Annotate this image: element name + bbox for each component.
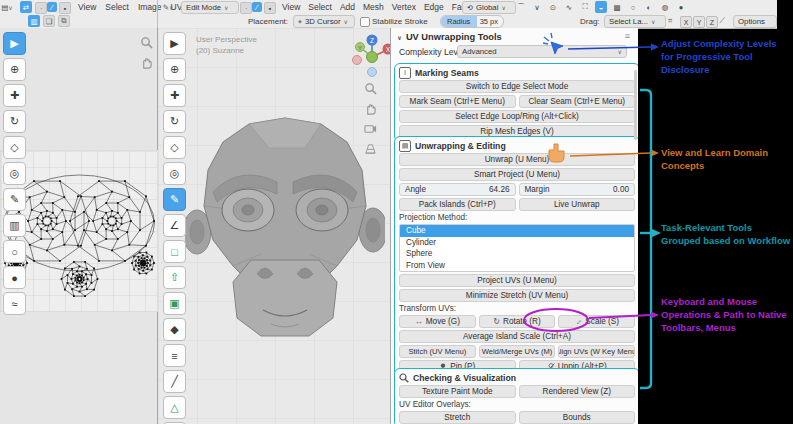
margin-field[interactable]: Margin 0.00 [519,183,636,196]
stretch-overlay-button[interactable]: Stretch [399,411,516,424]
shading-solid-icon[interactable]: ◐ [643,1,655,13]
v3d-editor-type-icon[interactable]: ✎∨ [162,1,174,13]
bounds-overlay-button[interactable]: Bounds [519,411,636,424]
overlays-icon[interactable]: ◒ [595,1,607,13]
v3d-move-tool[interactable]: ✚ [163,84,186,107]
scale-uv-button[interactable]: ↔Scale (S) [558,315,635,328]
angle-field[interactable]: Angle 64.26 [399,183,516,196]
camera-view-icon[interactable] [364,122,377,135]
axis-x-toggle[interactable]: X [680,16,692,28]
uv-select-edge-icon[interactable]: ∕ [47,2,57,12]
radius-slider[interactable]: Radius 35 px [440,15,504,28]
unwrap-button[interactable]: Unwrap (U Menu) [399,153,635,166]
v3d-transform-tool[interactable]: ◎ [163,162,186,185]
complexity-dropdown[interactable]: Advanced ∨ [457,45,627,58]
uv-scale-tool[interactable]: ◇ [3,136,26,159]
placement-dropdown[interactable]: ⌖3D Cursor∨ [293,15,355,28]
weld-merge-button[interactable]: Weld/Merge UVs (M) [479,345,556,358]
overlap-mode-icon[interactable]: ⧉ [58,15,70,27]
v3d-select-edge-icon[interactable]: ∕ [252,2,262,12]
uv-menu-view[interactable]: View [78,1,96,14]
pack-islands-button[interactable]: Pack Islands (Ctrl+P) [399,198,516,211]
suzanne-mesh[interactable] [185,112,385,367]
perspective-grid-icon[interactable] [364,142,377,155]
v3d-inset-faces-tool[interactable]: ▣ [163,292,186,315]
v3d-menu-add[interactable]: Add [340,1,355,14]
projection-option-cylinder[interactable]: Cylinder [400,237,634,249]
projection-option-cube[interactable]: Cube [400,225,634,237]
viewport-3d[interactable]: User Perspective (20) Suzanne [158,28,390,424]
v3d-cursor-tool[interactable]: ⊕ [163,58,186,81]
v3d-menu-view[interactable]: View [282,1,300,14]
v3d-menu-select[interactable]: Select [308,1,332,14]
orientation-dropdown[interactable]: ⟲Global∨ [462,1,516,14]
uv-tweak-tool[interactable]: ▶ [3,32,26,55]
view-gizmo[interactable]: Z X Y [350,31,394,77]
rendered-view-button[interactable]: Rendered View (Z) [519,385,636,398]
mode-dropdown[interactable]: Edit Mode∨ [181,1,239,14]
uv-transform-tool[interactable]: ◎ [3,162,26,185]
v3d-menu-mesh[interactable]: Mesh [363,1,384,14]
v3d-bevel-tool[interactable]: ◆ [163,318,186,341]
v3d-extrude-region-tool[interactable]: ⇧ [163,266,186,289]
uv-rotate-tool[interactable]: ↻ [3,110,26,133]
uv-lasso-tool[interactable]: ○ [3,240,26,263]
shading-rendered-icon[interactable]: ● [675,1,687,13]
v3d-annotate-tool[interactable]: ✎ [163,188,186,211]
mark-seam-button[interactable]: Mark Seam (Ctrl+E Menu) [399,95,516,108]
island-mode-icon[interactable]: ❏ [43,15,55,27]
proportional-falloff-icon[interactable]: ∿ [563,1,575,13]
live-unwrap-button[interactable]: Live Unwrap [519,198,636,211]
v3d-measure-tool[interactable]: ∠ [163,214,186,237]
snap-toggle-icon[interactable]: ∨ [531,1,543,13]
v3d-tweak-tool[interactable]: ▶ [163,32,186,55]
select-edge-loop-button[interactable]: Select Edge Loop/Ring (Alt+Click) [399,110,635,123]
zoom-icon[interactable] [364,82,377,95]
smart-project-button[interactable]: Smart Project (U Menu) [399,168,635,181]
uv-select-vertex-icon[interactable]: ∙ [35,2,47,14]
uv-sample-tool[interactable]: ▥ [3,214,26,237]
panel-scrollbar[interactable] [634,70,637,140]
v3d-menu-vertex[interactable]: Vertex [392,1,416,14]
panel-options-icon[interactable]: ≡ [625,31,630,41]
v3d-loop-cut-tool[interactable]: ≡ [163,344,186,367]
uv-move-tool[interactable]: ✚ [3,84,26,107]
shading-wireframe-icon[interactable]: ○ [627,1,639,13]
xray-toggle-icon[interactable]: ▩ [611,1,623,13]
v3d-menu-edge[interactable]: Edge [424,1,444,14]
sticky-selection-icon[interactable]: ▥ [28,15,40,27]
v3d-select-face-icon[interactable]: ▪ [264,2,276,14]
drag-dropdown[interactable]: Select La...∨ [604,15,666,28]
align-uvs-button[interactable]: Align UVs (W Key Menu) [558,345,635,358]
switch-edge-select-button[interactable]: Switch to Edge Select Mode [399,80,635,93]
pan-hand-icon[interactable] [364,102,377,115]
rotate-uv-button[interactable]: ↻Rotate (R) [479,315,556,328]
uv-grab-tool[interactable]: ● [3,266,26,289]
options-button[interactable]: Options [733,15,777,28]
shading-material-icon[interactable]: ◍ [659,1,671,13]
v3d-poly-build-tool[interactable]: △ [163,396,186,419]
axis-y-toggle[interactable]: Y [693,16,705,28]
snap-base-icon[interactable]: ⌗ [664,15,676,27]
projection-option-sphere[interactable]: Sphere [400,248,634,260]
move-uv-button[interactable]: ↔Move (G) [399,315,476,328]
uv-sync-selection-icon[interactable]: ⇄ [20,1,32,13]
texture-paint-mode-button[interactable]: Texture Paint Mode [399,385,516,398]
falloff-icon[interactable]: ⟋ [716,15,728,27]
clear-seam-button[interactable]: Clear Seam (Ctrl+E Menu) [519,95,636,108]
project-uvs-button[interactable]: Project UVs (U Menu) [399,274,635,287]
proportional-editing-icon[interactable]: ⊙ [547,1,559,13]
uv-annotate-tool[interactable]: ✎ [3,188,26,211]
panel-title-row[interactable]: ∨ UV Unwrapping Tools [397,32,502,42]
v3d-knife-tool[interactable]: ╱ [163,370,186,393]
v3d-add-cube-tool[interactable]: □ [163,240,186,263]
collapse-caret-icon[interactable]: ∨ [397,34,402,41]
zoom-icon[interactable] [140,36,153,49]
v3d-scale-tool[interactable]: ◇ [163,136,186,159]
gizmo-toggle-icon[interactable]: ⛶ [579,1,591,13]
uv-cursor-tool[interactable]: ⊕ [3,58,26,81]
snapping-icon[interactable]: ⌒ [515,1,527,13]
v3d-rotate-tool[interactable]: ↻ [163,110,186,133]
average-island-scale-button[interactable]: Average Island Scale (Ctrl+A) [399,330,635,343]
projection-option-from-view[interactable]: From View [400,260,634,272]
